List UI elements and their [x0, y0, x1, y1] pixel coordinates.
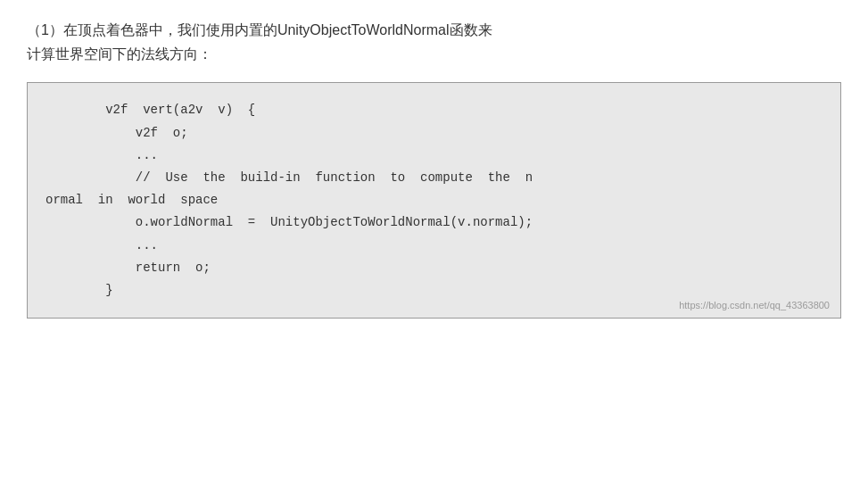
description-line1: （1）在顶点着色器中，我们使用内置的UnityObjectToWorldNorm… — [27, 22, 492, 37]
code-line-2: v2f o; — [45, 126, 188, 140]
code-block: v2f vert(a2v v) { v2f o; ... // Use the … — [45, 99, 823, 302]
page-container: （1）在顶点着色器中，我们使用内置的UnityObjectToWorldNorm… — [0, 0, 868, 480]
code-line-3: ... — [45, 148, 158, 162]
watermark: https://blog.csdn.net/qq_43363800 — [679, 300, 830, 310]
code-line-9: } — [45, 283, 113, 297]
code-line-7: ... — [45, 238, 158, 252]
code-block-wrapper: v2f vert(a2v v) { v2f o; ... // Use the … — [27, 82, 841, 319]
code-line-8: return o; — [45, 261, 211, 275]
code-line-4: // Use the build-in function to compute … — [45, 170, 533, 185]
code-line-5: ormal in world space — [45, 193, 218, 207]
description-text: （1）在顶点着色器中，我们使用内置的UnityObjectToWorldNorm… — [27, 18, 841, 66]
code-line-6: o.worldNormal = UnityObjectToWorldNormal… — [45, 215, 533, 229]
description-line2: 计算世界空间下的法线方向： — [27, 46, 212, 62]
code-line-1: v2f vert(a2v v) { — [45, 103, 255, 117]
